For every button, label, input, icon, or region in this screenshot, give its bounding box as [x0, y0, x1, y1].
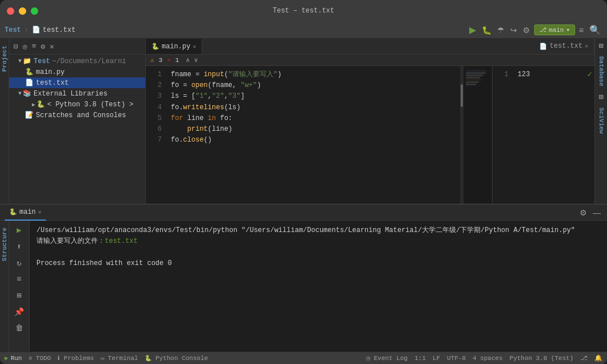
ext-libs-arrow: ▼	[18, 90, 22, 97]
nav-up-icon[interactable]: ∧	[186, 56, 190, 64]
scview-icon: ⊞	[598, 92, 603, 102]
tab-main-py[interactable]: 🐍 main.py ✕	[146, 39, 202, 54]
status-run-label: Run	[11, 355, 22, 362]
terminal-content[interactable]: /Users/william/opt/anaconda3/envs/Test/b…	[30, 221, 607, 351]
project-sidebar-label[interactable]: Project	[1, 46, 8, 72]
code-content-txt[interactable]: 123	[513, 66, 585, 204]
pin-icon[interactable]: 📌	[13, 306, 25, 318]
trash-icon[interactable]: 🗑	[14, 322, 24, 334]
main-py-label: main.py	[36, 68, 64, 76]
toolbar-icons: ▶ 🐛 ☂ ↪ ⚙ ⎇ main ▾ ≡ 🔍	[467, 23, 602, 36]
collapse-icon[interactable]: ⊟	[13, 41, 19, 52]
file-tree-panel: ⊟ ◎ ≡ ⚙ ✕ ▼ 📁 Test ~/Documents/Learni 🐍 …	[9, 39, 146, 204]
scratches-icon: 📝	[25, 111, 34, 119]
run-green-icon[interactable]: ▶	[15, 224, 22, 236]
tree-item-root[interactable]: ▼ 📁 Test ~/Documents/Learni	[9, 56, 145, 67]
toolbar-file-label: test.txt	[43, 26, 76, 34]
python-console-icon: 🐍	[145, 355, 151, 362]
nav-down-icon[interactable]: ∨	[194, 56, 198, 64]
terminal-command: /Users/william/opt/anaconda3/envs/Test/b…	[36, 226, 575, 234]
gear-icon[interactable]: ⚙	[39, 41, 46, 52]
status-position[interactable]: 1:1	[415, 355, 426, 362]
bottom-panel: 🐍 main ✕ ⚙ — Structure ▶ ⬆ ↻ ≡ ⊞ 📌	[0, 204, 607, 351]
git-icon[interactable]: ⎇	[580, 354, 588, 362]
tab-test-txt[interactable]: 📄 test.txt ✕	[534, 39, 594, 54]
more-actions-button[interactable]: ≡	[577, 24, 585, 36]
tree-item-ext-libs[interactable]: ▼ 📚 External Libraries	[9, 88, 145, 99]
toolbar-file: 📄 test.txt	[32, 26, 76, 34]
status-event-log[interactable]: ◷ Event Log	[366, 354, 408, 362]
status-terminal[interactable]: ▭ Terminal	[101, 355, 138, 362]
python-console-label: Python Console	[155, 355, 208, 362]
project-label[interactable]: Test	[5, 26, 21, 34]
test-txt-label: test.txt	[36, 79, 69, 87]
database-sidebar-label[interactable]: Database	[598, 56, 605, 86]
status-right: ◷ Event Log 1:1 LF UTF-8 4 spaces Python…	[366, 354, 602, 362]
run-tab-close[interactable]: ✕	[38, 209, 42, 216]
scratches-label: Scratches and Consoles	[36, 111, 126, 119]
code-area-txt[interactable]: 1 123 ✓	[493, 66, 594, 204]
bottom-panel-icons: ⚙ —	[578, 207, 602, 218]
py-file-icon: 🐍	[25, 68, 34, 76]
rerun-icon[interactable]: ↻	[15, 257, 22, 269]
terminal-input-value: test.txt	[105, 237, 138, 245]
bottom-minimize-icon[interactable]: —	[591, 207, 602, 218]
test-txt-tab-close[interactable]: ✕	[585, 43, 588, 49]
right-sidebar: ⊞ Database ⊞ SciView	[594, 39, 607, 204]
minimap	[464, 66, 492, 204]
warning-icon: ⚠	[150, 56, 154, 64]
structure-label[interactable]: Structure	[1, 228, 8, 261]
status-python-console[interactable]: 🐍 Python Console	[145, 355, 208, 362]
python-arrow: ▶	[32, 101, 35, 108]
close-button[interactable]	[7, 7, 14, 15]
run-button[interactable]: ▶	[467, 23, 478, 36]
ext-libs-icon: 📚	[23, 89, 31, 98]
run-tab[interactable]: 🐍 main ✕	[5, 205, 46, 221]
branch-selector[interactable]: ⎇ main ▾	[534, 24, 575, 35]
debug-button[interactable]: 🐛	[480, 24, 493, 36]
terminal-icon: ▭	[101, 355, 104, 362]
editor-main-py: 1 2 3 4 5 6 7 fname = input("请输入要写入") fo…	[146, 66, 464, 204]
sort-icon[interactable]: ≡	[31, 41, 38, 52]
main-py-tab-label: main.py	[162, 43, 190, 51]
locate-icon[interactable]: ◎	[22, 41, 28, 52]
minimize-button[interactable]	[19, 7, 26, 15]
toolbar: Test › 📄 test.txt ▶ 🐛 ☂ ↪ ⚙ ⎇ main ▾ ≡ 🔍	[0, 22, 607, 39]
error-icon: ✕	[167, 56, 171, 64]
coverage-button[interactable]: ☂	[495, 24, 506, 36]
search-button[interactable]: 🔍	[588, 23, 602, 36]
status-problems[interactable]: ℹ Problems	[58, 355, 93, 362]
code-content-main[interactable]: fname = input("请输入要写入") fo = open(fname,…	[166, 66, 460, 204]
txt-check-mark: ✓	[585, 66, 594, 204]
tree-item-test-txt[interactable]: 📄 test.txt	[9, 77, 145, 88]
bottom-settings-icon[interactable]: ⚙	[578, 207, 589, 218]
python-icon: 🐍	[36, 100, 45, 109]
main-py-tab-close[interactable]: ✕	[192, 43, 196, 50]
scrollbar-thumb[interactable]	[461, 84, 463, 107]
settings-run-icon[interactable]: ⊞	[15, 289, 22, 301]
vcs-button[interactable]: ↪	[508, 24, 519, 36]
folder-icon: 📁	[23, 57, 31, 65]
scroll-to-end-icon[interactable]: ≡	[15, 274, 22, 285]
tree-item-python[interactable]: ▶ 🐍 < Python 3.8 (Test) >	[9, 99, 145, 110]
maximize-button[interactable]	[31, 7, 38, 15]
scview-sidebar-label[interactable]: SciView	[598, 107, 605, 134]
structure-sidebar: Structure	[0, 221, 9, 351]
status-line-ending[interactable]: LF	[433, 355, 440, 362]
minimap-code	[464, 66, 492, 89]
main-layout: Test › 📄 test.txt ▶ 🐛 ☂ ↪ ⚙ ⎇ main ▾ ≡ 🔍…	[0, 22, 607, 364]
stop-icon[interactable]: ⬆	[15, 241, 22, 253]
status-indent[interactable]: 4 spaces	[473, 355, 503, 362]
status-todo[interactable]: ≡ TODO	[28, 355, 51, 362]
tree-item-main-py[interactable]: 🐍 main.py	[9, 67, 145, 77]
code-area-main[interactable]: 1 2 3 4 5 6 7 fname = input("请输入要写入") fo…	[146, 66, 464, 204]
status-encoding[interactable]: UTF-8	[447, 355, 466, 362]
close-icon[interactable]: ✕	[48, 41, 55, 52]
branch-label: main	[549, 27, 564, 34]
notification-icon[interactable]: 🔔	[594, 354, 602, 362]
status-interpreter[interactable]: Python 3.8 (Test)	[510, 355, 573, 362]
tree-item-scratches[interactable]: 📝 Scratches and Consoles	[9, 110, 145, 121]
expand-arrow: ▼	[18, 58, 22, 64]
status-run-button[interactable]: ▶ Run	[5, 354, 22, 362]
settings-icon[interactable]: ⚙	[521, 24, 532, 36]
